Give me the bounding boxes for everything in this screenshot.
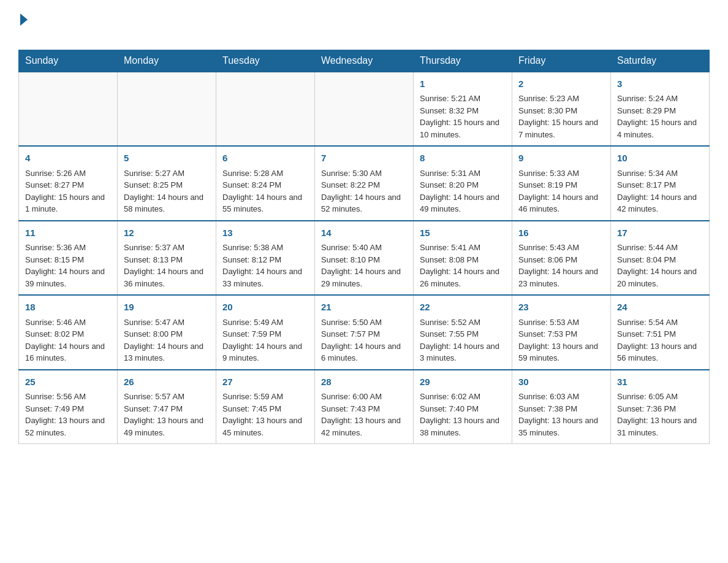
logo-triangle-icon (20, 13, 28, 26)
sunrise-text: Sunrise: 5:41 AM (420, 242, 506, 254)
column-header-tuesday: Tuesday (216, 50, 315, 72)
sunset-text: Sunset: 8:06 PM (518, 254, 604, 266)
calendar-week-row: 25Sunrise: 5:56 AMSunset: 7:49 PMDayligh… (19, 370, 710, 444)
sunset-text: Sunset: 8:27 PM (25, 179, 111, 191)
sunset-text: Sunset: 8:20 PM (420, 179, 506, 191)
calendar-cell: 8Sunrise: 5:31 AMSunset: 8:20 PMDaylight… (414, 146, 512, 221)
day-number: 8 (420, 151, 506, 166)
calendar-cell: 23Sunrise: 5:53 AMSunset: 7:53 PMDayligh… (512, 295, 611, 370)
day-number: 5 (124, 151, 210, 166)
sunrise-text: Sunrise: 5:52 AM (420, 316, 506, 329)
day-number: 6 (222, 151, 308, 166)
sunset-text: Sunset: 7:55 PM (420, 328, 506, 340)
calendar-cell: 3Sunrise: 5:24 AMSunset: 8:29 PMDaylight… (611, 72, 710, 147)
column-header-monday: Monday (118, 50, 216, 72)
calendar-cell: 18Sunrise: 5:46 AMSunset: 8:02 PMDayligh… (19, 295, 118, 370)
calendar-cell: 31Sunrise: 6:05 AMSunset: 7:36 PMDayligh… (611, 370, 710, 444)
sunset-text: Sunset: 8:30 PM (518, 105, 604, 117)
calendar-cell: 30Sunrise: 6:03 AMSunset: 7:38 PMDayligh… (512, 370, 611, 444)
sunset-text: Sunset: 8:13 PM (124, 254, 210, 266)
sunset-text: Sunset: 7:36 PM (617, 403, 703, 415)
sunset-text: Sunset: 8:08 PM (420, 254, 506, 266)
day-number: 20 (222, 301, 308, 315)
sunrise-text: Sunrise: 5:26 AM (25, 167, 111, 180)
daylight-text: Daylight: 14 hours and 26 minutes. (420, 266, 506, 289)
sunrise-text: Sunrise: 6:02 AM (420, 391, 506, 403)
sunset-text: Sunset: 8:15 PM (25, 254, 111, 266)
calendar-cell: 4Sunrise: 5:26 AMSunset: 8:27 PMDaylight… (19, 146, 118, 221)
sunrise-text: Sunrise: 5:21 AM (420, 93, 506, 105)
calendar-cell: 5Sunrise: 5:27 AMSunset: 8:25 PMDaylight… (118, 146, 216, 221)
calendar-cell (216, 72, 315, 147)
calendar-cell: 14Sunrise: 5:40 AMSunset: 8:10 PMDayligh… (315, 221, 414, 296)
calendar-cell: 29Sunrise: 6:02 AMSunset: 7:40 PMDayligh… (414, 370, 512, 444)
sunset-text: Sunset: 7:47 PM (124, 403, 210, 415)
day-number: 23 (518, 301, 604, 315)
column-header-wednesday: Wednesday (315, 50, 414, 72)
daylight-text: Daylight: 15 hours and 4 minutes. (617, 117, 703, 140)
day-number: 21 (321, 301, 407, 315)
daylight-text: Daylight: 14 hours and 46 minutes. (518, 191, 604, 215)
calendar-cell (315, 72, 414, 147)
column-header-saturday: Saturday (611, 50, 710, 72)
sunrise-text: Sunrise: 5:40 AM (321, 242, 407, 254)
column-header-thursday: Thursday (414, 50, 512, 72)
sunset-text: Sunset: 8:04 PM (617, 254, 703, 266)
calendar-cell: 22Sunrise: 5:52 AMSunset: 7:55 PMDayligh… (414, 295, 512, 370)
column-header-friday: Friday (512, 50, 611, 72)
day-number: 30 (518, 375, 604, 389)
day-number: 1 (420, 77, 506, 91)
day-number: 16 (518, 226, 604, 240)
daylight-text: Daylight: 14 hours and 55 minutes. (222, 191, 308, 215)
calendar-week-row: 11Sunrise: 5:36 AMSunset: 8:15 PMDayligh… (19, 221, 710, 296)
daylight-text: Daylight: 13 hours and 42 minutes. (321, 415, 407, 439)
sunset-text: Sunset: 7:53 PM (518, 328, 604, 340)
day-number: 27 (222, 375, 308, 389)
daylight-text: Daylight: 13 hours and 52 minutes. (25, 415, 111, 439)
sunset-text: Sunset: 7:43 PM (321, 403, 407, 415)
sunrise-text: Sunrise: 5:53 AM (518, 316, 604, 329)
calendar-cell: 17Sunrise: 5:44 AMSunset: 8:04 PMDayligh… (611, 221, 710, 296)
sunrise-text: Sunrise: 5:49 AM (222, 316, 308, 329)
daylight-text: Daylight: 13 hours and 56 minutes. (617, 340, 703, 364)
calendar-cell: 21Sunrise: 5:50 AMSunset: 7:57 PMDayligh… (315, 295, 414, 370)
daylight-text: Daylight: 14 hours and 42 minutes. (617, 191, 703, 215)
day-number: 15 (420, 226, 506, 240)
calendar-cell: 13Sunrise: 5:38 AMSunset: 8:12 PMDayligh… (216, 221, 315, 296)
sunrise-text: Sunrise: 5:23 AM (518, 93, 604, 105)
sunrise-text: Sunrise: 5:54 AM (617, 316, 703, 329)
sunset-text: Sunset: 8:19 PM (518, 179, 604, 191)
sunset-text: Sunset: 7:57 PM (321, 328, 407, 340)
sunset-text: Sunset: 8:10 PM (321, 254, 407, 266)
calendar-cell: 16Sunrise: 5:43 AMSunset: 8:06 PMDayligh… (512, 221, 611, 296)
calendar-cell: 1Sunrise: 5:21 AMSunset: 8:32 PMDaylight… (414, 72, 512, 147)
daylight-text: Daylight: 14 hours and 39 minutes. (25, 266, 111, 289)
sunset-text: Sunset: 7:59 PM (222, 328, 308, 340)
day-number: 24 (617, 301, 703, 315)
sunrise-text: Sunrise: 6:00 AM (321, 391, 407, 403)
daylight-text: Daylight: 13 hours and 31 minutes. (617, 415, 703, 439)
daylight-text: Daylight: 14 hours and 29 minutes. (321, 266, 407, 289)
sunrise-text: Sunrise: 5:33 AM (518, 167, 604, 180)
sunrise-text: Sunrise: 6:03 AM (518, 391, 604, 403)
day-number: 13 (222, 226, 308, 240)
daylight-text: Daylight: 13 hours and 35 minutes. (518, 415, 604, 439)
sunset-text: Sunset: 7:51 PM (617, 328, 703, 340)
sunset-text: Sunset: 8:25 PM (124, 179, 210, 191)
day-number: 9 (518, 151, 604, 166)
sunrise-text: Sunrise: 5:46 AM (25, 316, 111, 329)
day-number: 14 (321, 226, 407, 240)
day-number: 11 (25, 226, 111, 240)
column-header-sunday: Sunday (19, 50, 118, 72)
calendar-cell: 26Sunrise: 5:57 AMSunset: 7:47 PMDayligh… (118, 370, 216, 444)
daylight-text: Daylight: 14 hours and 3 minutes. (420, 340, 506, 364)
daylight-text: Daylight: 13 hours and 59 minutes. (518, 340, 604, 364)
sunrise-text: Sunrise: 5:47 AM (124, 316, 210, 329)
day-number: 18 (25, 301, 111, 315)
daylight-text: Daylight: 13 hours and 45 minutes. (222, 415, 308, 439)
day-number: 26 (124, 375, 210, 389)
daylight-text: Daylight: 15 hours and 10 minutes. (420, 117, 506, 140)
sunrise-text: Sunrise: 5:28 AM (222, 167, 308, 180)
calendar-cell (118, 72, 216, 147)
calendar-cell: 20Sunrise: 5:49 AMSunset: 7:59 PMDayligh… (216, 295, 315, 370)
